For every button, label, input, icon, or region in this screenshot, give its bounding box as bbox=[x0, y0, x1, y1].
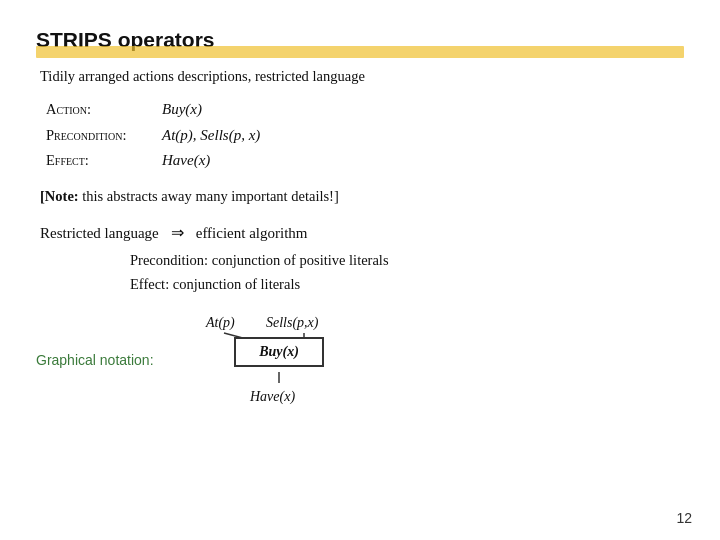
action-label: Action: bbox=[46, 97, 156, 122]
restricted-row: Restricted language ⇒ efficient algorith… bbox=[40, 219, 684, 248]
page-number: 12 bbox=[676, 510, 692, 526]
action-value: Buy(x) bbox=[162, 97, 202, 123]
graphical-section: Graphical notation: At(p) Sells(p,x) bbox=[36, 315, 684, 405]
restricted-label: Restricted language bbox=[40, 220, 159, 247]
sub-item-1: Precondition: conjunction of positive li… bbox=[130, 249, 684, 297]
diagram-box: Buy(x) bbox=[234, 337, 324, 367]
action-block: Action: Buy(x) Precondition: At(p), Sell… bbox=[46, 97, 684, 174]
effect-line: Effect: Have(x) bbox=[46, 148, 684, 174]
note-block: [Note: this abstracts away many importan… bbox=[40, 188, 684, 205]
title-underline bbox=[36, 46, 684, 58]
precondition-line: Precondition: At(p), Sells(p, x) bbox=[46, 123, 684, 149]
graphical-label: Graphical notation: bbox=[36, 352, 156, 368]
note-text: this abstracts away many important detai… bbox=[82, 188, 339, 204]
note-prefix: [Note: bbox=[40, 188, 79, 204]
restricted-result: efficient algorithm bbox=[196, 220, 308, 247]
effect-value: Have(x) bbox=[162, 148, 210, 174]
restricted-block: Restricted language ⇒ efficient algorith… bbox=[40, 219, 684, 298]
precondition-value: At(p), Sells(p, x) bbox=[162, 123, 260, 149]
slide-container: STRIPS operators Tidily arranged actions… bbox=[0, 0, 720, 540]
effect-label: Effect: bbox=[46, 148, 156, 173]
diagram-have: Have(x) bbox=[250, 389, 295, 405]
action-line: Action: Buy(x) bbox=[46, 97, 684, 123]
title-block: STRIPS operators bbox=[36, 28, 684, 58]
arrow: ⇒ bbox=[171, 219, 184, 248]
intro-text: Tidily arranged actions descriptions, re… bbox=[40, 68, 684, 85]
diagram: At(p) Sells(p,x) Buy(x) Have(x) bbox=[186, 315, 406, 405]
precondition-label: Precondition: bbox=[46, 123, 156, 148]
